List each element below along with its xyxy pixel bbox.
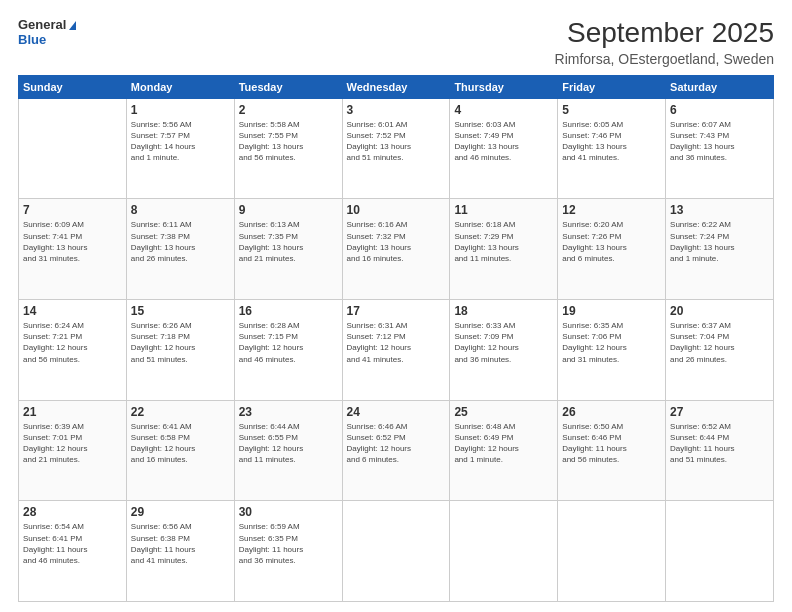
cell-info: Sunrise: 6:03 AMSunset: 7:49 PMDaylight:… bbox=[454, 119, 553, 164]
cell-info: Sunrise: 6:22 AMSunset: 7:24 PMDaylight:… bbox=[670, 219, 769, 264]
cell-day-number: 16 bbox=[239, 304, 338, 318]
title-block: September 2025 Rimforsa, OEstergoetland,… bbox=[555, 18, 774, 67]
calendar-cell: 4Sunrise: 6:03 AMSunset: 7:49 PMDaylight… bbox=[450, 98, 558, 199]
calendar-cell bbox=[450, 501, 558, 602]
calendar-cell: 12Sunrise: 6:20 AMSunset: 7:26 PMDayligh… bbox=[558, 199, 666, 300]
logo-graphic: General Blue bbox=[18, 18, 76, 48]
cell-info: Sunrise: 6:35 AMSunset: 7:06 PMDaylight:… bbox=[562, 320, 661, 365]
cell-day-number: 23 bbox=[239, 405, 338, 419]
cell-info: Sunrise: 6:18 AMSunset: 7:29 PMDaylight:… bbox=[454, 219, 553, 264]
col-wednesday: Wednesday bbox=[342, 75, 450, 98]
calendar-cell: 26Sunrise: 6:50 AMSunset: 6:46 PMDayligh… bbox=[558, 400, 666, 501]
cell-info: Sunrise: 6:33 AMSunset: 7:09 PMDaylight:… bbox=[454, 320, 553, 365]
cell-info: Sunrise: 6:54 AMSunset: 6:41 PMDaylight:… bbox=[23, 521, 122, 566]
cell-info: Sunrise: 6:50 AMSunset: 6:46 PMDaylight:… bbox=[562, 421, 661, 466]
cell-info: Sunrise: 6:52 AMSunset: 6:44 PMDaylight:… bbox=[670, 421, 769, 466]
cell-day-number: 22 bbox=[131, 405, 230, 419]
cell-info: Sunrise: 6:07 AMSunset: 7:43 PMDaylight:… bbox=[670, 119, 769, 164]
page: General Blue September 2025 Rimforsa, OE… bbox=[0, 0, 792, 612]
calendar-cell: 25Sunrise: 6:48 AMSunset: 6:49 PMDayligh… bbox=[450, 400, 558, 501]
calendar-cell: 5Sunrise: 6:05 AMSunset: 7:46 PMDaylight… bbox=[558, 98, 666, 199]
calendar-cell bbox=[342, 501, 450, 602]
cell-day-number: 14 bbox=[23, 304, 122, 318]
cell-info: Sunrise: 5:56 AMSunset: 7:57 PMDaylight:… bbox=[131, 119, 230, 164]
calendar-cell: 23Sunrise: 6:44 AMSunset: 6:55 PMDayligh… bbox=[234, 400, 342, 501]
cell-info: Sunrise: 6:11 AMSunset: 7:38 PMDaylight:… bbox=[131, 219, 230, 264]
cell-day-number: 24 bbox=[347, 405, 446, 419]
calendar-cell: 29Sunrise: 6:56 AMSunset: 6:38 PMDayligh… bbox=[126, 501, 234, 602]
cell-day-number: 20 bbox=[670, 304, 769, 318]
calendar-header-row: Sunday Monday Tuesday Wednesday Thursday… bbox=[19, 75, 774, 98]
cell-info: Sunrise: 6:24 AMSunset: 7:21 PMDaylight:… bbox=[23, 320, 122, 365]
cell-day-number: 2 bbox=[239, 103, 338, 117]
cell-day-number: 18 bbox=[454, 304, 553, 318]
calendar-cell: 24Sunrise: 6:46 AMSunset: 6:52 PMDayligh… bbox=[342, 400, 450, 501]
calendar-cell: 9Sunrise: 6:13 AMSunset: 7:35 PMDaylight… bbox=[234, 199, 342, 300]
col-tuesday: Tuesday bbox=[234, 75, 342, 98]
col-friday: Friday bbox=[558, 75, 666, 98]
calendar-cell: 2Sunrise: 5:58 AMSunset: 7:55 PMDaylight… bbox=[234, 98, 342, 199]
cell-day-number: 7 bbox=[23, 203, 122, 217]
cell-day-number: 8 bbox=[131, 203, 230, 217]
cell-info: Sunrise: 6:20 AMSunset: 7:26 PMDaylight:… bbox=[562, 219, 661, 264]
cell-day-number: 17 bbox=[347, 304, 446, 318]
cell-info: Sunrise: 5:58 AMSunset: 7:55 PMDaylight:… bbox=[239, 119, 338, 164]
calendar-week-1: 1Sunrise: 5:56 AMSunset: 7:57 PMDaylight… bbox=[19, 98, 774, 199]
calendar-cell: 7Sunrise: 6:09 AMSunset: 7:41 PMDaylight… bbox=[19, 199, 127, 300]
cell-info: Sunrise: 6:37 AMSunset: 7:04 PMDaylight:… bbox=[670, 320, 769, 365]
cell-info: Sunrise: 6:31 AMSunset: 7:12 PMDaylight:… bbox=[347, 320, 446, 365]
logo-general: General bbox=[18, 18, 76, 33]
cell-day-number: 3 bbox=[347, 103, 446, 117]
cell-day-number: 28 bbox=[23, 505, 122, 519]
calendar-cell: 6Sunrise: 6:07 AMSunset: 7:43 PMDaylight… bbox=[666, 98, 774, 199]
cell-day-number: 19 bbox=[562, 304, 661, 318]
calendar-cell: 10Sunrise: 6:16 AMSunset: 7:32 PMDayligh… bbox=[342, 199, 450, 300]
calendar-cell: 28Sunrise: 6:54 AMSunset: 6:41 PMDayligh… bbox=[19, 501, 127, 602]
calendar-cell: 3Sunrise: 6:01 AMSunset: 7:52 PMDaylight… bbox=[342, 98, 450, 199]
cell-day-number: 27 bbox=[670, 405, 769, 419]
cell-info: Sunrise: 6:56 AMSunset: 6:38 PMDaylight:… bbox=[131, 521, 230, 566]
calendar-cell: 15Sunrise: 6:26 AMSunset: 7:18 PMDayligh… bbox=[126, 300, 234, 401]
calendar-cell: 8Sunrise: 6:11 AMSunset: 7:38 PMDaylight… bbox=[126, 199, 234, 300]
calendar-cell: 19Sunrise: 6:35 AMSunset: 7:06 PMDayligh… bbox=[558, 300, 666, 401]
calendar-week-2: 7Sunrise: 6:09 AMSunset: 7:41 PMDaylight… bbox=[19, 199, 774, 300]
calendar-week-4: 21Sunrise: 6:39 AMSunset: 7:01 PMDayligh… bbox=[19, 400, 774, 501]
cell-day-number: 25 bbox=[454, 405, 553, 419]
calendar-cell: 20Sunrise: 6:37 AMSunset: 7:04 PMDayligh… bbox=[666, 300, 774, 401]
calendar-week-5: 28Sunrise: 6:54 AMSunset: 6:41 PMDayligh… bbox=[19, 501, 774, 602]
cell-info: Sunrise: 6:48 AMSunset: 6:49 PMDaylight:… bbox=[454, 421, 553, 466]
calendar-cell bbox=[666, 501, 774, 602]
calendar-table: Sunday Monday Tuesday Wednesday Thursday… bbox=[18, 75, 774, 602]
cell-day-number: 12 bbox=[562, 203, 661, 217]
cell-info: Sunrise: 6:46 AMSunset: 6:52 PMDaylight:… bbox=[347, 421, 446, 466]
cell-day-number: 21 bbox=[23, 405, 122, 419]
cell-info: Sunrise: 6:13 AMSunset: 7:35 PMDaylight:… bbox=[239, 219, 338, 264]
cell-info: Sunrise: 6:44 AMSunset: 6:55 PMDaylight:… bbox=[239, 421, 338, 466]
main-title: September 2025 bbox=[555, 18, 774, 49]
cell-day-number: 29 bbox=[131, 505, 230, 519]
calendar-cell: 22Sunrise: 6:41 AMSunset: 6:58 PMDayligh… bbox=[126, 400, 234, 501]
calendar-cell: 13Sunrise: 6:22 AMSunset: 7:24 PMDayligh… bbox=[666, 199, 774, 300]
subtitle: Rimforsa, OEstergoetland, Sweden bbox=[555, 51, 774, 67]
calendar-cell: 18Sunrise: 6:33 AMSunset: 7:09 PMDayligh… bbox=[450, 300, 558, 401]
logo: General Blue bbox=[18, 18, 76, 48]
cell-info: Sunrise: 6:16 AMSunset: 7:32 PMDaylight:… bbox=[347, 219, 446, 264]
calendar-cell bbox=[558, 501, 666, 602]
cell-info: Sunrise: 6:01 AMSunset: 7:52 PMDaylight:… bbox=[347, 119, 446, 164]
calendar-cell: 17Sunrise: 6:31 AMSunset: 7:12 PMDayligh… bbox=[342, 300, 450, 401]
calendar-cell: 30Sunrise: 6:59 AMSunset: 6:35 PMDayligh… bbox=[234, 501, 342, 602]
cell-info: Sunrise: 6:09 AMSunset: 7:41 PMDaylight:… bbox=[23, 219, 122, 264]
cell-day-number: 6 bbox=[670, 103, 769, 117]
cell-day-number: 5 bbox=[562, 103, 661, 117]
cell-day-number: 4 bbox=[454, 103, 553, 117]
cell-info: Sunrise: 6:39 AMSunset: 7:01 PMDaylight:… bbox=[23, 421, 122, 466]
calendar-cell bbox=[19, 98, 127, 199]
cell-day-number: 11 bbox=[454, 203, 553, 217]
cell-info: Sunrise: 6:05 AMSunset: 7:46 PMDaylight:… bbox=[562, 119, 661, 164]
calendar-cell: 1Sunrise: 5:56 AMSunset: 7:57 PMDaylight… bbox=[126, 98, 234, 199]
col-thursday: Thursday bbox=[450, 75, 558, 98]
cell-day-number: 10 bbox=[347, 203, 446, 217]
cell-info: Sunrise: 6:59 AMSunset: 6:35 PMDaylight:… bbox=[239, 521, 338, 566]
cell-info: Sunrise: 6:26 AMSunset: 7:18 PMDaylight:… bbox=[131, 320, 230, 365]
col-monday: Monday bbox=[126, 75, 234, 98]
